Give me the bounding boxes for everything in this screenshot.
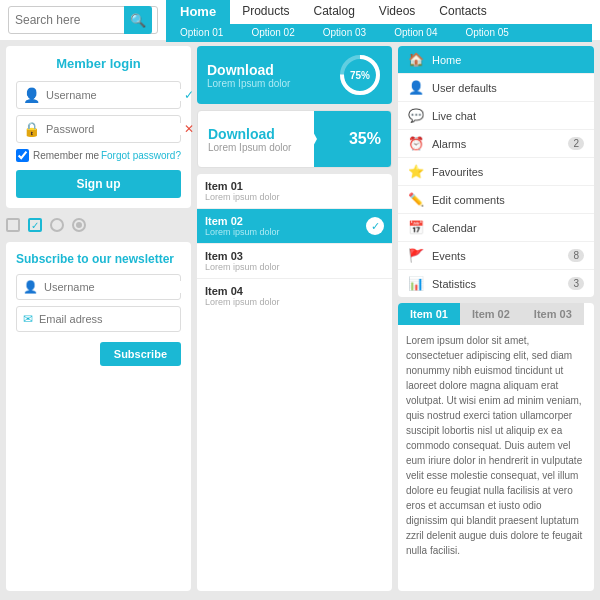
nav-tab-home[interactable]: Home: [166, 0, 230, 24]
nav-sub-item-3[interactable]: Option 03: [309, 24, 380, 42]
subscribe-username-row: 👤: [16, 274, 181, 300]
list-item-1[interactable]: Item 01 Lorem ipsum dolor: [197, 174, 392, 209]
calendar-label: Calendar: [432, 222, 584, 234]
checkbox-empty[interactable]: [6, 218, 20, 232]
subscribe-title: Subscribe to our newsletter: [16, 252, 181, 266]
password-input-row: 🔒 ✕: [16, 115, 181, 143]
search-box: 🔍: [8, 6, 158, 34]
banner2-sub: Lorem Ipsum dolor: [208, 142, 291, 153]
side-nav-item-favourites[interactable]: ⭐ Favourites: [398, 158, 594, 186]
tab-body-text: Lorem ipsum dolor sit amet, consectetuer…: [406, 333, 586, 558]
banner2-title: Download: [208, 126, 291, 142]
home-icon: 🏠: [408, 52, 424, 67]
checkbox-checked[interactable]: ✓: [28, 218, 42, 232]
subscribe-username-input[interactable]: [44, 281, 182, 293]
side-nav-item-editcomments[interactable]: ✏️ Edit comments: [398, 186, 594, 214]
forgot-password-link[interactable]: Forgot password?: [101, 150, 181, 161]
x-icon: ✕: [184, 122, 194, 136]
banner2-pct: 35%: [349, 130, 381, 148]
main-content: Member login 👤 ✓ 🔒 ✕ Remember me Forgot …: [0, 40, 600, 597]
nav-sub-item-4[interactable]: Option 04: [380, 24, 451, 42]
tab-content-box: Item 01 Item 02 Item 03 Lorem ipsum dolo…: [398, 303, 594, 591]
right-column: 🏠 Home 👤 User defaults 💬 Live chat ⏰ Ala…: [398, 46, 594, 591]
favourites-icon: ⭐: [408, 164, 424, 179]
top-bar: 🔍 Home Products Catalog Videos Contacts …: [0, 0, 600, 40]
side-nav-item-home[interactable]: 🏠 Home: [398, 46, 594, 74]
banner2-text: Download Lorem Ipsum dolor: [208, 126, 291, 153]
list-item-3[interactable]: Item 03 Lorem ipsum dolor: [197, 244, 392, 279]
form-elements-row: ✓: [6, 214, 191, 236]
item-3-sub: Lorem ipsum dolor: [205, 262, 384, 272]
banner1-pct: 75%: [350, 70, 370, 81]
list-item-2-row: Item 02 Lorem ipsum dolor ✓: [205, 215, 384, 237]
nav-tab-videos[interactable]: Videos: [367, 0, 427, 24]
subscribe-email-icon: ✉: [23, 312, 33, 326]
nav-tab-catalog[interactable]: Catalog: [301, 0, 366, 24]
live-chat-icon: 💬: [408, 108, 424, 123]
subscribe-box: Subscribe to our newsletter 👤 ✉ Subscrib…: [6, 242, 191, 591]
username-input[interactable]: [46, 89, 184, 101]
side-nav-item-alarms[interactable]: ⏰ Alarms 2: [398, 130, 594, 158]
nav-tab-contacts[interactable]: Contacts: [427, 0, 498, 24]
member-login-title: Member login: [16, 56, 181, 71]
side-nav-item-statistics[interactable]: 📊 Statistics 3: [398, 270, 594, 297]
nav-tabs: Home Products Catalog Videos Contacts: [166, 0, 592, 24]
side-nav-item-events[interactable]: 🚩 Events 8: [398, 242, 594, 270]
banner1-sub: Lorem Ipsum dolor: [207, 78, 290, 89]
side-nav-item-userdefaults[interactable]: 👤 User defaults: [398, 74, 594, 102]
alarms-label: Alarms: [432, 138, 568, 150]
tab-button-item03[interactable]: Item 03: [522, 303, 584, 325]
item-2-sub: Lorem ipsum dolor: [205, 227, 280, 237]
nav-sub-item-5[interactable]: Option 05: [452, 24, 523, 42]
list-check-icon: ✓: [366, 217, 384, 235]
tab-button-item01[interactable]: Item 01: [398, 303, 460, 325]
side-nav-item-calendar[interactable]: 📅 Calendar: [398, 214, 594, 242]
events-icon: 🚩: [408, 248, 424, 263]
lock-icon: 🔒: [23, 121, 40, 137]
edit-comments-label: Edit comments: [432, 194, 584, 206]
live-chat-label: Live chat: [432, 110, 584, 122]
banner1-text: Download Lorem Ipsum dolor: [207, 62, 290, 89]
tab-button-item02[interactable]: Item 02: [460, 303, 522, 325]
item-4-sub: Lorem ipsum dolor: [205, 297, 384, 307]
edit-comments-icon: ✏️: [408, 192, 424, 207]
signup-button[interactable]: Sign up: [16, 170, 181, 198]
search-icon: 🔍: [130, 13, 146, 28]
check-icon: ✓: [184, 88, 194, 102]
item-4-title: Item 04: [205, 285, 384, 297]
remember-label[interactable]: Remember me: [16, 149, 99, 162]
user-defaults-label: User defaults: [432, 82, 584, 94]
nav-sub-item-1[interactable]: Option 01: [166, 24, 237, 42]
nav-sub-item-2[interactable]: Option 02: [237, 24, 308, 42]
side-nav-item-livechat[interactable]: 💬 Live chat: [398, 102, 594, 130]
calendar-icon: 📅: [408, 220, 424, 235]
statistics-label: Statistics: [432, 278, 568, 290]
radio-filled[interactable]: [72, 218, 86, 232]
password-input[interactable]: [46, 123, 184, 135]
search-button[interactable]: 🔍: [124, 6, 152, 34]
home-label: Home: [432, 54, 584, 66]
nav-tab-products[interactable]: Products: [230, 0, 301, 24]
left-column: Member login 👤 ✓ 🔒 ✕ Remember me Forgot …: [6, 46, 191, 591]
items-list: Item 01 Lorem ipsum dolor Item 02 Lorem …: [197, 174, 392, 591]
nav-area: Home Products Catalog Videos Contacts Op…: [166, 0, 592, 42]
events-label: Events: [432, 250, 568, 262]
radio-empty[interactable]: [50, 218, 64, 232]
nav-sub-bar: Option 01 Option 02 Option 03 Option 04 …: [166, 24, 592, 42]
alarms-icon: ⏰: [408, 136, 424, 151]
item-1-title: Item 01: [205, 180, 384, 192]
subscribe-email-row: ✉: [16, 306, 181, 332]
user-icon: 👤: [23, 87, 40, 103]
member-login-card: Member login 👤 ✓ 🔒 ✕ Remember me Forgot …: [6, 46, 191, 208]
search-input[interactable]: [9, 13, 124, 27]
download-banner-2: Download Lorem Ipsum dolor 35%: [197, 110, 392, 168]
tab-body: Lorem ipsum dolor sit amet, consectetuer…: [398, 325, 594, 591]
subscribe-button[interactable]: Subscribe: [100, 342, 181, 366]
subscribe-email-input[interactable]: [39, 313, 177, 325]
list-item-4[interactable]: Item 04 Lorem ipsum dolor: [197, 279, 392, 313]
remember-checkbox[interactable]: [16, 149, 29, 162]
list-item-2[interactable]: Item 02 Lorem ipsum dolor ✓: [197, 209, 392, 244]
item-3-title: Item 03: [205, 250, 384, 262]
item-2-text: Item 02 Lorem ipsum dolor: [205, 215, 280, 237]
user-defaults-icon: 👤: [408, 80, 424, 95]
